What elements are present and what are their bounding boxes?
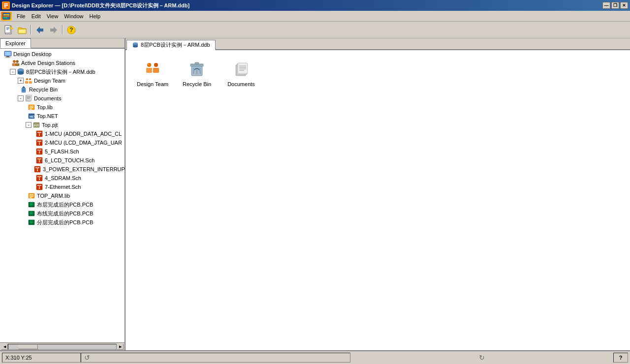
tree-node-ethernet[interactable]: 7-Ethernet.Sch: [1, 182, 124, 191]
menu-edit[interactable]: Edit: [29, 12, 44, 20]
scroll-right-btn[interactable]: ▶: [117, 344, 124, 350]
svg-point-89: [37, 176, 38, 177]
title-text: Design Explorer — [D:\Protel\DDB文件夹\8层PC…: [12, 2, 189, 9]
tree-label-top-lib: Top.lib: [37, 104, 53, 110]
tree-label-flash: 5_FLASH.Sch: [45, 149, 79, 154]
pjt-icon: PJT: [32, 121, 40, 129]
svg-point-61: [39, 135, 40, 136]
tree-label-ethernet: 7-Ethernet.Sch: [45, 184, 81, 190]
svg-point-32: [18, 72, 24, 75]
net-icon: NET: [28, 112, 35, 120]
tree-node-team[interactable]: + Design Team: [1, 76, 124, 85]
tree-label-sdram: 4_SDRAM.Sch: [45, 175, 81, 181]
tree-node-pcb1[interactable]: 布层完成后的PCB.PCB: [1, 200, 124, 209]
tree-node-desktop[interactable]: Design Desktop: [1, 50, 124, 59]
svg-text:NET: NET: [30, 115, 35, 118]
scroll-thumb[interactable]: [18, 344, 38, 349]
redo-arrow: ↻: [479, 354, 485, 362]
svg-marker-38: [22, 86, 25, 88]
svg-rect-101: [30, 197, 32, 198]
menu-file[interactable]: File: [14, 12, 29, 20]
toolbar: ?: [0, 22, 630, 38]
tree-node-documents[interactable]: - Documents: [1, 94, 124, 103]
help-panel[interactable]: ?: [613, 353, 628, 363]
svg-point-59: [37, 132, 38, 133]
recycle-icon: [20, 86, 28, 93]
svg-rect-50: [30, 107, 33, 108]
scroll-left-btn[interactable]: ◀: [1, 344, 8, 350]
tree-node-mcu2[interactable]: 2-MCU (LCD_DMA_JTAG_UAR: [1, 138, 124, 147]
tree-node-top-net[interactable]: NET Top.NET: [1, 112, 124, 121]
svg-point-123: [154, 63, 158, 67]
expand-pjt[interactable]: -: [26, 122, 32, 128]
close-button[interactable]: ✕: [620, 2, 628, 9]
tree-node-top-pjt[interactable]: - PJT Top.pjt: [1, 121, 124, 129]
svg-rect-28: [12, 63, 16, 66]
svg-point-90: [40, 176, 41, 177]
tree-node-stations[interactable]: Active Design Stations: [1, 59, 124, 67]
menu-view[interactable]: View: [44, 12, 62, 20]
left-scrollbar[interactable]: ◀ ▶: [0, 342, 125, 350]
new-button[interactable]: [2, 24, 15, 36]
tree-node-flash[interactable]: 5_FLASH.Sch: [1, 147, 124, 156]
expand-docs[interactable]: -: [18, 95, 24, 101]
tree-node-pcb2[interactable]: 布线完成后的PCB.PCB: [1, 209, 124, 218]
content-tab-db[interactable]: 8层PCB设计实例－ARM.ddb: [126, 40, 216, 50]
tree-label-db: 8层PCB设计实例－ARM.ddb: [26, 68, 95, 76]
icons-area: Design Team: [130, 55, 625, 92]
db-tab-icon: [132, 42, 139, 49]
tree-node-top-lib[interactable]: Top.lib: [1, 103, 124, 112]
file-icon-documents[interactable]: Documents: [224, 60, 258, 88]
tree-node-sdram[interactable]: 4_SDRAM.Sch: [1, 174, 124, 182]
tree-label-top-net: Top.NET: [37, 113, 58, 119]
tree-node-top-arm-lib[interactable]: TOP_ARM.lib: [1, 191, 124, 200]
svg-rect-36: [25, 81, 28, 84]
tree-label-top-pjt: Top.pjt: [42, 122, 58, 128]
svg-point-66: [40, 141, 41, 142]
svg-rect-100: [30, 196, 33, 197]
left-panel: Explorer Design Desktop: [0, 38, 126, 350]
svg-point-116: [133, 45, 138, 47]
menu-window[interactable]: Window: [61, 12, 86, 20]
lib-icon-2: [28, 192, 35, 200]
tree-node-mcu1[interactable]: 1-MCU (ADDR_DATA_ADC_CL: [1, 129, 124, 138]
file-icon-recycle-bin[interactable]: Recycle Bin: [180, 60, 214, 88]
design-team-img: [143, 60, 162, 79]
tree-view[interactable]: Design Desktop Active Design Stations -: [0, 49, 125, 342]
scroll-track[interactable]: [8, 344, 117, 350]
svg-rect-125: [153, 68, 159, 73]
svg-rect-6: [3, 16, 9, 17]
expand-db[interactable]: -: [10, 69, 16, 75]
status-spacer: ↻: [350, 353, 613, 363]
svg-point-78: [40, 158, 41, 159]
tree-node-power[interactable]: 3_POWER_EXTERN_INTERRUP: [1, 165, 124, 174]
expand-team[interactable]: +: [18, 78, 24, 84]
restore-button[interactable]: ❐: [611, 2, 619, 9]
forward-button[interactable]: [47, 24, 60, 36]
back-button[interactable]: [33, 24, 46, 36]
minimize-button[interactable]: —: [602, 2, 610, 9]
tree-label-lcd: 6_LCD_TOUCH.Sch: [45, 157, 94, 163]
tree-node-lcd[interactable]: 6_LCD_TOUCH.Sch: [1, 156, 124, 165]
app-menu-icon[interactable]: [1, 12, 12, 21]
pcb-icon-2: [28, 210, 35, 217]
app-icon: [2, 1, 10, 9]
tree-node-db[interactable]: - 8层PCB设计实例－ARM.ddb: [1, 67, 124, 76]
svg-rect-1: [4, 3, 8, 4]
svg-point-77: [37, 158, 38, 159]
team-icon: [25, 77, 32, 85]
tree-label-stations: Active Design Stations: [21, 60, 75, 66]
help-icon[interactable]: ?: [619, 355, 623, 361]
tree-node-recycle[interactable]: Recycle Bin: [1, 85, 124, 94]
svg-rect-47: [27, 98, 30, 99]
file-icon-design-team[interactable]: Design Team: [135, 60, 170, 88]
help-button[interactable]: ?: [65, 24, 78, 36]
open-button[interactable]: [16, 24, 29, 36]
sch-icon-2: [35, 139, 43, 147]
main-area: Explorer Design Desktop: [0, 38, 630, 350]
tree-label-mcu1: 1-MCU (ADDR_DATA_ADC_CL: [45, 131, 122, 137]
explorer-tab[interactable]: Explorer: [0, 38, 31, 48]
menu-help[interactable]: Help: [86, 12, 103, 20]
tree-node-pcb3[interactable]: 分层完成后的PCB.PCB: [1, 218, 124, 227]
svg-line-42: [25, 89, 25, 91]
